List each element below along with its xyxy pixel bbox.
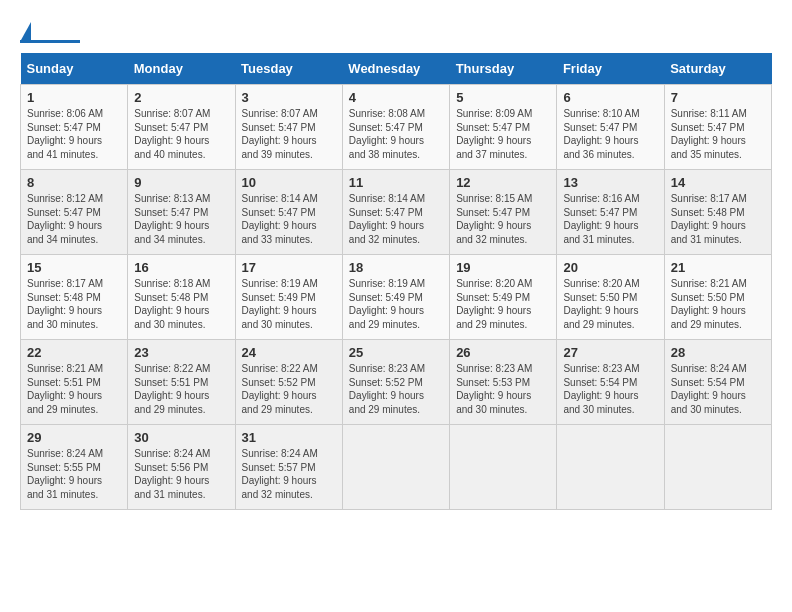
calendar-cell: 27Sunrise: 8:23 AM Sunset: 5:54 PM Dayli… — [557, 340, 664, 425]
calendar-cell: 26Sunrise: 8:23 AM Sunset: 5:53 PM Dayli… — [450, 340, 557, 425]
day-number: 8 — [27, 175, 121, 190]
calendar-cell — [664, 425, 771, 510]
day-number: 20 — [563, 260, 657, 275]
day-number: 5 — [456, 90, 550, 105]
weekday-header-thursday: Thursday — [450, 53, 557, 85]
day-info: Sunrise: 8:19 AM Sunset: 5:49 PM Dayligh… — [242, 277, 336, 331]
calendar-cell: 23Sunrise: 8:22 AM Sunset: 5:51 PM Dayli… — [128, 340, 235, 425]
calendar-cell — [450, 425, 557, 510]
calendar-cell: 31Sunrise: 8:24 AM Sunset: 5:57 PM Dayli… — [235, 425, 342, 510]
day-number: 14 — [671, 175, 765, 190]
day-info: Sunrise: 8:19 AM Sunset: 5:49 PM Dayligh… — [349, 277, 443, 331]
calendar-cell: 19Sunrise: 8:20 AM Sunset: 5:49 PM Dayli… — [450, 255, 557, 340]
day-number: 15 — [27, 260, 121, 275]
calendar-week-2: 8Sunrise: 8:12 AM Sunset: 5:47 PM Daylig… — [21, 170, 772, 255]
day-number: 23 — [134, 345, 228, 360]
day-number: 2 — [134, 90, 228, 105]
day-number: 3 — [242, 90, 336, 105]
weekday-header-saturday: Saturday — [664, 53, 771, 85]
day-info: Sunrise: 8:16 AM Sunset: 5:47 PM Dayligh… — [563, 192, 657, 246]
calendar-cell: 11Sunrise: 8:14 AM Sunset: 5:47 PM Dayli… — [342, 170, 449, 255]
day-info: Sunrise: 8:10 AM Sunset: 5:47 PM Dayligh… — [563, 107, 657, 161]
calendar-cell: 3Sunrise: 8:07 AM Sunset: 5:47 PM Daylig… — [235, 85, 342, 170]
calendar-week-3: 15Sunrise: 8:17 AM Sunset: 5:48 PM Dayli… — [21, 255, 772, 340]
calendar-table: SundayMondayTuesdayWednesdayThursdayFrid… — [20, 53, 772, 510]
weekday-header-sunday: Sunday — [21, 53, 128, 85]
day-info: Sunrise: 8:24 AM Sunset: 5:54 PM Dayligh… — [671, 362, 765, 416]
calendar-cell: 2Sunrise: 8:07 AM Sunset: 5:47 PM Daylig… — [128, 85, 235, 170]
weekday-header-row: SundayMondayTuesdayWednesdayThursdayFrid… — [21, 53, 772, 85]
day-number: 26 — [456, 345, 550, 360]
day-info: Sunrise: 8:21 AM Sunset: 5:50 PM Dayligh… — [671, 277, 765, 331]
day-info: Sunrise: 8:06 AM Sunset: 5:47 PM Dayligh… — [27, 107, 121, 161]
calendar-cell: 7Sunrise: 8:11 AM Sunset: 5:47 PM Daylig… — [664, 85, 771, 170]
day-number: 9 — [134, 175, 228, 190]
calendar-cell: 13Sunrise: 8:16 AM Sunset: 5:47 PM Dayli… — [557, 170, 664, 255]
day-number: 28 — [671, 345, 765, 360]
calendar-header: SundayMondayTuesdayWednesdayThursdayFrid… — [21, 53, 772, 85]
calendar-cell: 10Sunrise: 8:14 AM Sunset: 5:47 PM Dayli… — [235, 170, 342, 255]
day-info: Sunrise: 8:12 AM Sunset: 5:47 PM Dayligh… — [27, 192, 121, 246]
calendar-cell: 6Sunrise: 8:10 AM Sunset: 5:47 PM Daylig… — [557, 85, 664, 170]
day-info: Sunrise: 8:11 AM Sunset: 5:47 PM Dayligh… — [671, 107, 765, 161]
day-info: Sunrise: 8:21 AM Sunset: 5:51 PM Dayligh… — [27, 362, 121, 416]
day-info: Sunrise: 8:13 AM Sunset: 5:47 PM Dayligh… — [134, 192, 228, 246]
day-number: 16 — [134, 260, 228, 275]
calendar-cell: 16Sunrise: 8:18 AM Sunset: 5:48 PM Dayli… — [128, 255, 235, 340]
calendar-cell: 17Sunrise: 8:19 AM Sunset: 5:49 PM Dayli… — [235, 255, 342, 340]
weekday-header-tuesday: Tuesday — [235, 53, 342, 85]
day-info: Sunrise: 8:24 AM Sunset: 5:55 PM Dayligh… — [27, 447, 121, 501]
day-info: Sunrise: 8:07 AM Sunset: 5:47 PM Dayligh… — [134, 107, 228, 161]
day-number: 19 — [456, 260, 550, 275]
logo-line — [20, 40, 80, 43]
day-info: Sunrise: 8:09 AM Sunset: 5:47 PM Dayligh… — [456, 107, 550, 161]
day-number: 31 — [242, 430, 336, 445]
calendar-cell: 25Sunrise: 8:23 AM Sunset: 5:52 PM Dayli… — [342, 340, 449, 425]
day-info: Sunrise: 8:17 AM Sunset: 5:48 PM Dayligh… — [671, 192, 765, 246]
calendar-cell: 4Sunrise: 8:08 AM Sunset: 5:47 PM Daylig… — [342, 85, 449, 170]
day-number: 27 — [563, 345, 657, 360]
day-info: Sunrise: 8:23 AM Sunset: 5:54 PM Dayligh… — [563, 362, 657, 416]
day-info: Sunrise: 8:08 AM Sunset: 5:47 PM Dayligh… — [349, 107, 443, 161]
day-info: Sunrise: 8:22 AM Sunset: 5:52 PM Dayligh… — [242, 362, 336, 416]
day-info: Sunrise: 8:22 AM Sunset: 5:51 PM Dayligh… — [134, 362, 228, 416]
calendar-cell: 30Sunrise: 8:24 AM Sunset: 5:56 PM Dayli… — [128, 425, 235, 510]
calendar-cell: 9Sunrise: 8:13 AM Sunset: 5:47 PM Daylig… — [128, 170, 235, 255]
day-number: 10 — [242, 175, 336, 190]
weekday-header-friday: Friday — [557, 53, 664, 85]
day-info: Sunrise: 8:14 AM Sunset: 5:47 PM Dayligh… — [242, 192, 336, 246]
day-number: 1 — [27, 90, 121, 105]
day-number: 24 — [242, 345, 336, 360]
day-info: Sunrise: 8:20 AM Sunset: 5:50 PM Dayligh… — [563, 277, 657, 331]
calendar-cell: 15Sunrise: 8:17 AM Sunset: 5:48 PM Dayli… — [21, 255, 128, 340]
day-info: Sunrise: 8:18 AM Sunset: 5:48 PM Dayligh… — [134, 277, 228, 331]
day-number: 13 — [563, 175, 657, 190]
day-info: Sunrise: 8:14 AM Sunset: 5:47 PM Dayligh… — [349, 192, 443, 246]
day-number: 6 — [563, 90, 657, 105]
calendar-body: 1Sunrise: 8:06 AM Sunset: 5:47 PM Daylig… — [21, 85, 772, 510]
day-info: Sunrise: 8:23 AM Sunset: 5:53 PM Dayligh… — [456, 362, 550, 416]
logo-text — [20, 20, 31, 42]
calendar-cell: 12Sunrise: 8:15 AM Sunset: 5:47 PM Dayli… — [450, 170, 557, 255]
page-header — [20, 20, 772, 43]
day-number: 18 — [349, 260, 443, 275]
day-number: 22 — [27, 345, 121, 360]
calendar-week-4: 22Sunrise: 8:21 AM Sunset: 5:51 PM Dayli… — [21, 340, 772, 425]
day-number: 29 — [27, 430, 121, 445]
calendar-week-5: 29Sunrise: 8:24 AM Sunset: 5:55 PM Dayli… — [21, 425, 772, 510]
day-info: Sunrise: 8:20 AM Sunset: 5:49 PM Dayligh… — [456, 277, 550, 331]
calendar-cell: 14Sunrise: 8:17 AM Sunset: 5:48 PM Dayli… — [664, 170, 771, 255]
calendar-cell: 20Sunrise: 8:20 AM Sunset: 5:50 PM Dayli… — [557, 255, 664, 340]
calendar-cell: 1Sunrise: 8:06 AM Sunset: 5:47 PM Daylig… — [21, 85, 128, 170]
day-number: 7 — [671, 90, 765, 105]
day-info: Sunrise: 8:15 AM Sunset: 5:47 PM Dayligh… — [456, 192, 550, 246]
calendar-cell: 29Sunrise: 8:24 AM Sunset: 5:55 PM Dayli… — [21, 425, 128, 510]
calendar-cell: 8Sunrise: 8:12 AM Sunset: 5:47 PM Daylig… — [21, 170, 128, 255]
weekday-header-monday: Monday — [128, 53, 235, 85]
calendar-cell — [557, 425, 664, 510]
calendar-cell: 28Sunrise: 8:24 AM Sunset: 5:54 PM Dayli… — [664, 340, 771, 425]
calendar-cell: 21Sunrise: 8:21 AM Sunset: 5:50 PM Dayli… — [664, 255, 771, 340]
day-number: 4 — [349, 90, 443, 105]
calendar-cell — [342, 425, 449, 510]
day-number: 17 — [242, 260, 336, 275]
